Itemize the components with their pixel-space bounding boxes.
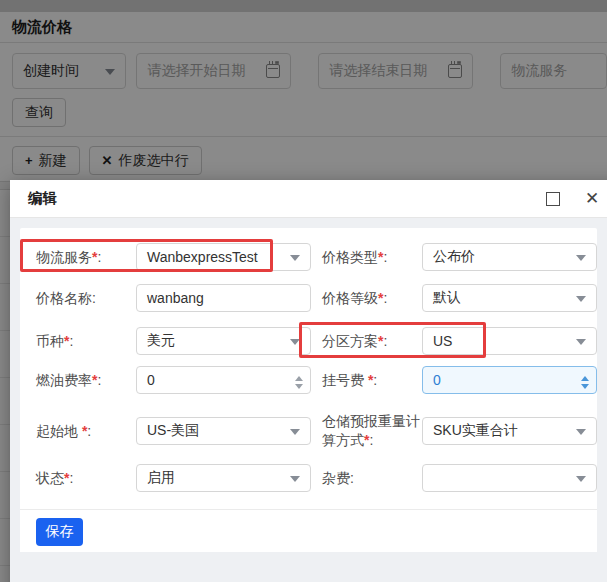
zone-scheme-select[interactable]: US: [422, 327, 597, 355]
number-spinner[interactable]: [581, 372, 589, 393]
field-logistics-service-label: 物流服务*:: [36, 248, 136, 267]
spinner-down-icon[interactable]: [581, 384, 589, 393]
chevron-down-icon: [290, 476, 300, 487]
chevron-down-icon: [576, 339, 586, 350]
logistics-service-select[interactable]: WanbexpressTest: [136, 243, 311, 271]
price-level-select[interactable]: 默认: [422, 284, 597, 312]
field-price-level-label: 价格等级*:: [322, 289, 422, 308]
edit-dialog: 编辑 ✕ 物流服务*: WanbexpressTest 价格类型*:: [10, 180, 607, 582]
field-misc-fee: 杂费:: [322, 464, 597, 492]
spinner-down-icon[interactable]: [295, 384, 303, 393]
chevron-down-icon: [576, 476, 586, 487]
field-fuel-rate-label: 燃油费率*:: [36, 371, 136, 390]
chevron-down-icon: [290, 339, 300, 350]
field-weight-calc-label: 仓储预报重量计算方式*:: [322, 412, 422, 450]
field-currency-label: 币种*:: [36, 332, 136, 351]
field-zone-scheme-label: 分区方案*:: [322, 332, 422, 351]
spinner-up-icon[interactable]: [295, 372, 303, 381]
chevron-down-icon: [576, 296, 586, 307]
fuel-rate-input[interactable]: 0: [136, 366, 311, 394]
field-price-name: 价格名称: wanbang: [36, 284, 318, 312]
field-price-type: 价格类型*: 公布价: [322, 243, 597, 271]
field-registration-fee: 挂号费 *: 0: [322, 366, 597, 394]
chevron-down-icon: [290, 255, 300, 266]
spinner-up-icon[interactable]: [581, 372, 589, 381]
registration-fee-input[interactable]: 0: [422, 366, 597, 394]
field-zone-scheme: 分区方案*: US: [322, 327, 597, 355]
dialog-title: 编辑: [28, 189, 57, 208]
field-currency: 币种*: 美元: [36, 327, 318, 355]
field-status: 状态*: 启用: [36, 464, 318, 492]
field-logistics-service: 物流服务*: WanbexpressTest: [36, 243, 318, 271]
field-price-name-label: 价格名称:: [36, 289, 136, 308]
currency-select[interactable]: 美元: [136, 327, 311, 355]
field-origin: 起始地 *: US-美国: [36, 412, 318, 450]
field-misc-fee-label: 杂费:: [322, 469, 422, 488]
price-type-select[interactable]: 公布价: [422, 243, 597, 271]
chevron-down-icon: [576, 255, 586, 266]
field-weight-calc: 仓储预报重量计算方式*: SKU实重合计: [322, 412, 597, 450]
form-card: 物流服务*: WanbexpressTest 价格类型*: 公布价: [20, 228, 597, 552]
field-fuel-rate: 燃油费率*: 0: [36, 366, 318, 394]
dialog-header: 编辑 ✕: [10, 180, 607, 218]
screen: 物流价格 创建时间 请选择开始日期 请选择结束日期 物流服务 查询: [0, 0, 607, 582]
chevron-down-icon: [576, 429, 586, 440]
close-icon[interactable]: ✕: [585, 188, 599, 209]
field-price-level: 价格等级*: 默认: [322, 284, 597, 312]
weight-calc-select[interactable]: SKU实重合计: [422, 417, 597, 445]
price-name-input[interactable]: wanbang: [136, 284, 311, 312]
maximize-icon[interactable]: [546, 192, 560, 206]
status-select[interactable]: 启用: [136, 464, 311, 492]
chevron-down-icon: [290, 429, 300, 440]
field-origin-label: 起始地 *:: [36, 422, 136, 441]
field-price-type-label: 价格类型*:: [322, 248, 422, 267]
dialog-footer: 保存: [20, 509, 597, 552]
save-button[interactable]: 保存: [36, 518, 83, 546]
dialog-body: 物流服务*: WanbexpressTest 价格类型*: 公布价: [10, 218, 607, 582]
field-registration-fee-label: 挂号费 *:: [322, 371, 422, 390]
origin-select[interactable]: US-美国: [136, 417, 311, 445]
field-status-label: 状态*:: [36, 469, 136, 488]
number-spinner[interactable]: [295, 372, 303, 393]
misc-fee-select[interactable]: [422, 464, 597, 492]
